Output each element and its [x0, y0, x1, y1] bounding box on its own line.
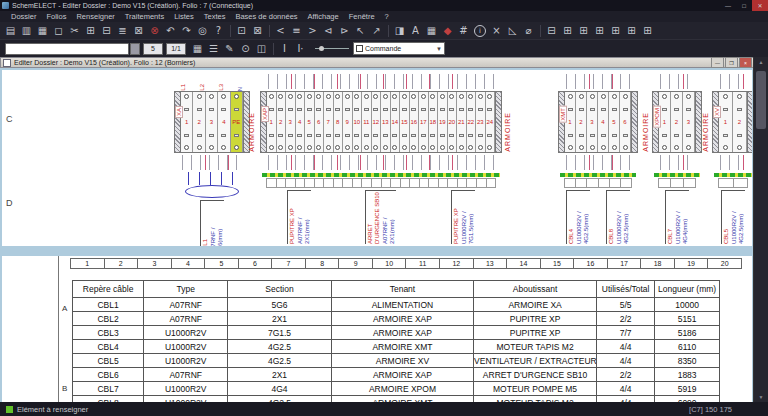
terminal[interactable]: 2: [733, 92, 747, 152]
terminal[interactable]: 2: [277, 92, 287, 152]
delete-icon[interactable]: ×: [489, 24, 504, 38]
terminal[interactable]: 2: [193, 92, 205, 152]
terminal[interactable]: 11: [362, 92, 372, 152]
doc-restore-button[interactable]: ❐: [725, 57, 738, 68]
terminal[interactable]: 9: [343, 92, 353, 152]
terminal[interactable]: 4: [218, 92, 230, 152]
terminal[interactable]: 22: [467, 92, 477, 152]
hide-layer-icon[interactable]: ⌀: [521, 24, 536, 38]
scroll-down-icon[interactable]: ▼: [754, 392, 768, 402]
table-row[interactable]: CBL1A07RNF5G6ALIMENTATIONARMOIRE XA5/510…: [73, 298, 720, 312]
zoom-slider[interactable]: [315, 48, 349, 49]
window-edit-6-icon[interactable]: ⊞: [640, 24, 655, 38]
terminal[interactable]: 4: [598, 92, 609, 152]
terminal[interactable]: 13: [381, 92, 391, 152]
cut-icon[interactable]: ✂: [67, 24, 82, 38]
goto-last-icon[interactable]: ⊳: [337, 24, 352, 38]
terminal[interactable]: 6: [620, 92, 631, 152]
scale-button[interactable]: 5: [143, 43, 163, 55]
capture-view-icon[interactable]: ⊡: [234, 24, 249, 38]
vertical-scrollbar[interactable]: ▲ ▼: [753, 57, 768, 402]
command-search-dropdown-icon[interactable]: [130, 43, 140, 55]
terminal[interactable]: 24: [486, 92, 496, 152]
table-folio-canvas[interactable]: 1234567891011121314151617181920 Repère c…: [2, 256, 752, 402]
terminal[interactable]: 3: [683, 92, 695, 152]
menu-item-4[interactable]: Listes: [169, 11, 199, 22]
terminal[interactable]: 16: [410, 92, 420, 152]
commande-checkbox[interactable]: [356, 45, 363, 52]
pe-terminal[interactable]: PE: [231, 92, 243, 152]
menu-item-7[interactable]: Affichage: [303, 11, 344, 22]
selection-icon[interactable]: ◻: [51, 24, 66, 38]
paste-icon[interactable]: ⊟: [99, 24, 114, 38]
cursor-ibeam-ref-icon[interactable]: I·: [293, 42, 308, 56]
terminal[interactable]: 19: [438, 92, 448, 152]
info-icon[interactable]: i: [474, 25, 486, 37]
lamp-icon[interactable]: ⊙: [238, 42, 253, 56]
document-window-titlebar[interactable]: Editer Dossier : Demo V15 (Création). Fo…: [0, 57, 754, 68]
menu-item-8[interactable]: Fenêtre: [344, 11, 380, 22]
terminal[interactable]: 1: [719, 92, 733, 152]
table-row[interactable]: CBL4U1000R2V4G2.5ARMOIRE XMTMOTEUR TAPIS…: [73, 340, 720, 354]
terminal-strip-xv[interactable]: XV12CBL5U1000R2V / 4G2.5(mm): [712, 74, 752, 244]
print-icon[interactable]: ≣: [115, 24, 130, 38]
insert-symbol-icon[interactable]: ◨: [392, 24, 407, 38]
help-icon[interactable]: ?: [211, 24, 226, 38]
terminal[interactable]: 3: [587, 92, 598, 152]
command-search-input[interactable]: [5, 43, 129, 55]
window-edit-5-icon[interactable]: ⊞: [624, 24, 639, 38]
goto-first-icon[interactable]: ⊲: [321, 24, 336, 38]
terminal[interactable]: 2: [671, 92, 683, 152]
terminal[interactable]: 3: [206, 92, 218, 152]
terminal[interactable]: 18: [429, 92, 439, 152]
next-folio-icon[interactable]: >: [305, 24, 320, 38]
open-folder-icon[interactable]: ▥: [19, 24, 34, 38]
cursor-ibeam-icon[interactable]: I: [277, 42, 292, 56]
copy-icon[interactable]: ⊞: [83, 24, 98, 38]
terminal[interactable]: 20: [448, 92, 458, 152]
capture-zone-icon[interactable]: ⊠: [250, 24, 265, 38]
table-row[interactable]: CBL6A07RNF2X1ARMOIRE XAPARRET D'URGENCE …: [73, 368, 720, 382]
table-row[interactable]: CBL3U1000R2V7G1.5ARMOIRE XAPPUPITRE XP7/…: [73, 326, 720, 340]
save-icon[interactable]: ▦: [35, 24, 50, 38]
menu-item-9[interactable]: ?: [380, 11, 394, 22]
terminal[interactable]: 1: [181, 92, 193, 152]
pointer-snap-icon[interactable]: ↗: [369, 24, 384, 38]
window-edit-1-icon[interactable]: ⊞: [560, 24, 575, 38]
grid-hash-icon[interactable]: #: [456, 24, 471, 38]
terminal[interactable]: 4: [296, 92, 306, 152]
terminal-strip-xa[interactable]: L1L2L3NXA1234PECBL1A07RNF / 5G6(mm): [174, 74, 250, 246]
folio-pages-icon[interactable]: ◫: [254, 42, 269, 56]
terminal[interactable]: 14: [391, 92, 401, 152]
terminal[interactable]: 3: [286, 92, 296, 152]
menu-item-3[interactable]: Traitements: [120, 11, 169, 22]
terminal[interactable]: 17: [419, 92, 429, 152]
print-setup-icon[interactable]: ⊠: [131, 24, 146, 38]
insert-text-icon[interactable]: A: [408, 24, 423, 38]
window-edit-4-icon[interactable]: ⊞: [608, 24, 623, 38]
menu-item-5[interactable]: Textes: [199, 11, 231, 22]
menu-item-6[interactable]: Bases de données: [230, 11, 302, 22]
measure-icon[interactable]: ◺: [505, 24, 520, 38]
window-edit-3-icon[interactable]: ⊞: [592, 24, 607, 38]
terminal[interactable]: 15: [400, 92, 410, 152]
terminal[interactable]: 23: [476, 92, 486, 152]
terminal[interactable]: 10: [353, 92, 363, 152]
table-row[interactable]: CBL2A07RNF2X1ARMOIRE XAPPUPITRE XP2/2515…: [73, 312, 720, 326]
window-base-icon[interactable]: ⊟: [544, 24, 559, 38]
layers-icon[interactable]: ☰: [206, 42, 221, 56]
terminal-strip-xap[interactable]: XAP1234567891011121314151617181920212223…: [260, 74, 502, 244]
terminal[interactable]: 2: [576, 92, 587, 152]
target-icon[interactable]: ◎: [195, 24, 210, 38]
previous-folio-icon[interactable]: <: [273, 24, 288, 38]
commande-select[interactable]: Commande ▼: [353, 42, 445, 55]
table-row[interactable]: CBL5U1000R2V4G2.5ARMOIRE XVVENTILATEUR /…: [73, 354, 720, 368]
schematic-canvas[interactable]: L1L2L3NXA1234PECBL1A07RNF / 5G6(mm)XAP12…: [2, 70, 752, 246]
window-edit-2-icon[interactable]: ⊞: [576, 24, 591, 38]
terminal[interactable]: 6: [315, 92, 325, 152]
menu-item-1[interactable]: Folios: [41, 11, 71, 22]
maximize-button[interactable]: □: [736, 0, 752, 11]
insert-connector-icon[interactable]: ◆: [440, 24, 455, 38]
terminal[interactable]: 21: [457, 92, 467, 152]
folio-list-icon[interactable]: ≡: [289, 24, 304, 38]
